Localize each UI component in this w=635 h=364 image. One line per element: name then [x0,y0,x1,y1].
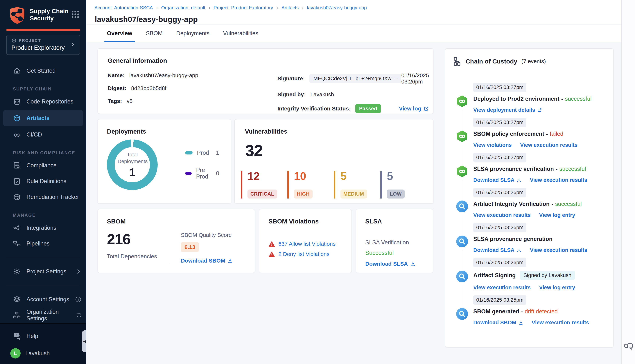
cd-step-icon [455,164,469,178]
tab-vulnerabilities[interactable]: Vulnerabilities [223,24,258,42]
breadcrumb-separator: › [276,5,278,11]
right-scroll-strip [621,0,635,364]
view-log-entry-link[interactable]: View log entry [539,212,575,218]
integrity-status-label: Integrity Verification Status: [277,106,351,112]
status-separator: - [556,166,557,172]
module-grid-icon[interactable] [71,10,80,19]
breadcrumb-project[interactable]: Project: Product Exploratory [214,5,273,11]
signed-by-badge: Signed by Lavakush [520,271,575,280]
sidebar-item-artifacts[interactable]: Artifacts [3,110,83,126]
allow-list-violations-link[interactable]: 637 Allow list Violations [278,241,335,247]
project-label: PROJECT [19,38,41,43]
tab-overview[interactable]: Overview [107,24,132,42]
view-execution-results-link[interactable]: View execution results [530,177,587,183]
sidebar-top: Supply Chain Security PROJECT Prod [0,0,86,55]
severity-count: 5 [387,170,427,182]
sidebar-item-label: Get Started [27,68,56,74]
view-log-entry-link[interactable]: View log entry [539,284,575,290]
remediation-box-icon [13,193,21,201]
sidebar-item-project-settings[interactable]: Project Settings [0,264,86,280]
sidebar-item-code-repositories[interactable]: Code Repositories [0,94,86,110]
content: General Information Name:lavakush07/easy… [86,42,635,364]
view-deployment-details-link[interactable]: View deployment details [473,107,542,113]
general-info-right: Signature: MEQCICde2VjIT...bL+2+mqnOXw==… [277,72,429,113]
event-title: SBOM policy enforcement [473,131,544,137]
view-execution-results-link[interactable]: View execution results [473,284,531,290]
download-sbom-link[interactable]: Download SBOM [181,258,233,264]
severity-medium: 5 MEDIUM [334,170,380,198]
sidebar-item-cicd[interactable]: ∞ CI/CD [0,127,86,142]
sbom-quality-score-label: SBOM Quality Score [181,232,233,238]
sidebar-item-get-started[interactable]: Get Started [0,63,86,79]
tab-sbom[interactable]: SBOM [146,24,163,42]
sidebar-item-integrations[interactable]: Integrations [0,220,86,236]
vertical-divider [169,232,169,264]
sidebar-item-label: Account Settings [27,296,69,303]
view-execution-results-link[interactable]: View execution results [520,142,577,148]
preprod-swatch-icon [185,172,192,175]
download-sbom-link[interactable]: Download SBOM [473,320,523,326]
breadcrumb-separator: › [208,5,210,11]
breadcrumb-current[interactable]: lavakush07/easy-buggy-app [307,5,367,11]
general-information-card: General Information Name:lavakush07/easy… [98,48,434,114]
sidebar-item-account-settings[interactable]: Account Settings [0,292,86,307]
sidebar-divider [6,286,80,286]
event-timestamp: 01/16/2025 03:26pm [473,258,526,267]
view-execution-results-link[interactable]: View execution results [532,320,589,326]
sidebar-item-remediation-tracker[interactable]: Remediation Tracker [0,189,86,205]
event-status: successful [559,166,586,172]
breadcrumb-account[interactable]: Account: Automation-SSCA [94,5,153,11]
gear-icon [13,268,21,276]
timeline-event: 01/16/2025 03:25pm SBOM generated-drift … [453,296,606,330]
event-timestamp: 01/16/2025 03:26pm [473,223,526,232]
tab-bar: Overview SBOM Deployments Vulnerabilitie… [86,24,635,42]
user-menu[interactable]: L Lavakush [0,342,86,358]
card-title: General Information [108,57,423,64]
project-selector[interactable]: PROJECT Product Exploratory [6,35,80,55]
sidebar-item-organization-settings[interactable]: Organization Settings [0,307,86,323]
breadcrumb-organization[interactable]: Organization: default [161,5,205,11]
breadcrumb-artifacts[interactable]: Artifacts [282,5,299,11]
chat-help-icon[interactable] [623,341,633,351]
event-title: SLSA provenance generation [473,236,552,242]
event-status: drift detected [525,308,558,315]
sidebar-footer: ? Help L Lavakush [0,323,86,364]
chevron-right-icon [75,268,82,275]
card-title: Chain of Custody [466,58,517,65]
vulnerabilities-card: Vulnerabilities 32 12 CRITICAL 10 HIGH [235,119,434,204]
cicd-infinity-icon: ∞ [13,131,21,139]
download-slsa-link[interactable]: Download SLSA [473,247,521,253]
severity-badge: HIGH [294,190,313,198]
sidebar-item-rule-definitions[interactable]: Rule Definitions [0,174,86,189]
vulnerabilities-total: 32 [241,141,427,160]
view-violations-link[interactable]: View violations [473,142,512,148]
signed-by-label: Signed by: [277,91,306,98]
sidebar-item-pipelines[interactable]: Pipelines [0,236,86,252]
slsa-card: SLSA SLSA Verification Successful Downlo… [356,209,433,273]
view-execution-results-link[interactable]: View execution results [530,247,587,253]
timeline-event: 01/16/2025 03:26pm SLSA provenance gener… [453,223,606,258]
cd-step-icon [455,130,469,143]
download-slsa-link[interactable]: Download SLSA [473,177,521,183]
status-separator: - [521,308,523,315]
download-slsa-link[interactable]: Download SLSA [365,261,416,267]
sidebar-item-compliance[interactable]: Compliance [0,158,86,174]
events-count: (7 events) [521,58,546,64]
sidebar-item-label: CI/CD [27,131,42,138]
tab-deployments[interactable]: Deployments [176,24,209,42]
legend-item-preprod: Pre Prod 0 [185,167,219,180]
timeline: 01/16/2025 03:27pm Deployed to Prod2 env… [453,83,606,330]
breadcrumb-separator: › [156,5,158,11]
view-log-link[interactable]: View log [399,106,421,112]
card-title: SBOM Violations [268,218,342,225]
page-title: lavakush07/easy-buggy-app [95,15,635,24]
left-column: General Information Name:lavakush07/easy… [98,48,434,364]
deny-list-violations-link[interactable]: 2 Deny list Violations [278,251,329,257]
signature-label: Signature: [277,76,305,82]
card-title: SBOM [107,218,246,225]
view-execution-results-link[interactable]: View execution results [473,212,531,218]
sidebar-item-help[interactable]: ? Help [0,330,86,342]
app-title: Supply Chain Security [30,8,70,22]
account-layers-icon [13,296,21,304]
help-chat-icon: ? [13,332,21,340]
